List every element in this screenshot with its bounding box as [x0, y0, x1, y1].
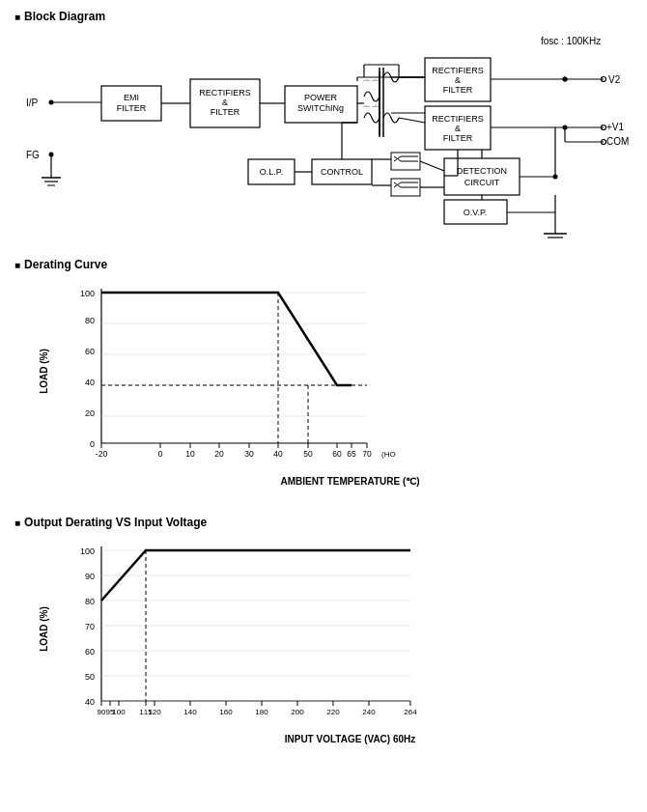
svg-text:DETECTION: DETECTION: [457, 166, 507, 176]
svg-text:COM: COM: [606, 136, 629, 147]
svg-text:CIRCUIT: CIRCUIT: [464, 178, 500, 187]
svg-text:65: 65: [347, 449, 356, 459]
svg-text:180: 180: [255, 708, 268, 716]
svg-text:40: 40: [85, 378, 95, 387]
svg-text:⌒⌒: ⌒⌒: [362, 105, 380, 115]
svg-text:POWER: POWER: [304, 93, 338, 102]
output-derating-ylabel: LOAD (%): [39, 606, 49, 652]
svg-text:40: 40: [85, 697, 95, 707]
svg-text:240: 240: [362, 708, 376, 716]
svg-text:20: 20: [85, 408, 95, 418]
svg-text:O.V.P.: O.V.P.: [464, 208, 488, 217]
output-derating-xlabel: INPUT VOLTAGE (VAC) 60Hz: [68, 734, 633, 744]
svg-text:FILTER: FILTER: [117, 103, 147, 113]
svg-text:I/P: I/P: [26, 98, 39, 108]
svg-rect-52: [444, 158, 520, 195]
output-derating-svg: 40 50 60 70 80 90 100 90 95 100 1: [68, 537, 425, 730]
svg-text:70: 70: [362, 449, 372, 459]
svg-text:EMI: EMI: [124, 93, 139, 102]
svg-text:(HORIZONTAL): (HORIZONTAL): [381, 450, 396, 459]
svg-text:160: 160: [219, 708, 233, 716]
svg-line-75: [420, 161, 444, 171]
svg-point-2: [49, 100, 54, 105]
svg-text:80: 80: [85, 316, 95, 325]
svg-text:SWITChINg: SWITChINg: [297, 103, 344, 113]
svg-text:264: 264: [404, 708, 417, 716]
svg-text:FILTER: FILTER: [211, 107, 240, 117]
svg-text:60: 60: [332, 449, 342, 459]
svg-text:30: 30: [244, 449, 254, 459]
svg-text:200: 200: [291, 708, 304, 716]
svg-text:20: 20: [214, 449, 224, 459]
svg-text:+V1: +V1: [606, 122, 625, 132]
svg-text:FILTER: FILTER: [443, 133, 473, 143]
block-diagram-section: Block Diagram fosc : 100KHz I/P FG EMI F…: [14, 10, 633, 238]
derating-ylabel: LOAD (%): [39, 349, 49, 394]
svg-text:FILTER: FILTER: [443, 85, 473, 95]
svg-text:100: 100: [80, 546, 95, 556]
svg-text:60: 60: [85, 347, 95, 356]
svg-text:&: &: [455, 124, 461, 133]
derating-curve-section: Derating Curve LOAD (%) 0 20 40 60 80 10…: [14, 258, 633, 487]
derating-curve-svg: 0 20 40 60 80 100 -20 0 10 20 30: [68, 279, 396, 472]
svg-text:0: 0: [90, 439, 95, 449]
svg-text:60: 60: [85, 647, 95, 657]
svg-text:fosc : 100KHz: fosc : 100KHz: [541, 36, 601, 46]
derating-curve-title: Derating Curve: [14, 258, 633, 271]
svg-text:40: 40: [273, 449, 283, 459]
output-derating-section: Output Derating VS Input Voltage LOAD (%…: [14, 516, 633, 744]
svg-text:70: 70: [85, 622, 95, 631]
svg-text:10: 10: [185, 449, 195, 459]
svg-text:RECTIFIERS: RECTIFIERS: [432, 114, 484, 124]
svg-text:&: &: [455, 75, 461, 85]
svg-text:⌒⌒: ⌒⌒: [362, 79, 380, 89]
svg-point-51: [563, 77, 568, 82]
block-diagram-title: Block Diagram: [14, 10, 633, 23]
svg-text:O.L.P.: O.L.P.: [260, 167, 283, 177]
svg-text:RECTIFIERS: RECTIFIERS: [199, 88, 251, 98]
svg-line-96: [399, 118, 425, 123]
svg-text:50: 50: [303, 449, 313, 459]
derating-xlabel: AMBIENT TEMPERATURE (℃): [68, 476, 633, 487]
block-diagram-svg: fosc : 100KHz I/P FG EMI FILTER RECTIFIE…: [14, 31, 633, 238]
svg-text:&: &: [222, 98, 228, 107]
svg-text:220: 220: [326, 708, 340, 716]
svg-text:90: 90: [85, 572, 95, 581]
output-derating-title: Output Derating VS Input Voltage: [14, 516, 633, 529]
svg-text:80: 80: [85, 597, 95, 606]
svg-text:CONTROL: CONTROL: [321, 167, 363, 177]
svg-text:V2: V2: [608, 74, 621, 85]
svg-text:140: 140: [183, 708, 197, 716]
svg-text:100: 100: [80, 289, 95, 298]
svg-text:120: 120: [148, 708, 161, 716]
svg-text:100: 100: [112, 708, 126, 716]
svg-text:-20: -20: [96, 449, 108, 459]
svg-text:RECTIFIERS: RECTIFIERS: [432, 66, 484, 75]
svg-text:0: 0: [158, 449, 163, 459]
svg-text:FG: FG: [26, 150, 40, 160]
svg-point-5: [49, 153, 54, 157]
svg-text:50: 50: [85, 672, 95, 682]
